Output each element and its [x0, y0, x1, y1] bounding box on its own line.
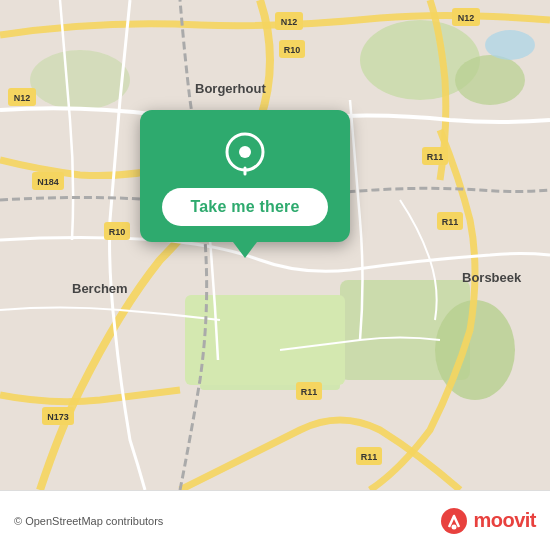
osm-attribution: © OpenStreetMap contributors [14, 515, 163, 527]
svg-text:R11: R11 [442, 217, 459, 227]
svg-point-8 [485, 30, 535, 60]
svg-text:R10: R10 [284, 45, 301, 55]
svg-text:N173: N173 [47, 412, 69, 422]
moovit-icon [440, 507, 468, 535]
take-me-there-button[interactable]: Take me there [162, 188, 327, 226]
svg-text:R11: R11 [427, 152, 444, 162]
moovit-label: moovit [473, 509, 536, 532]
svg-point-35 [239, 146, 251, 158]
svg-text:R11: R11 [361, 452, 378, 462]
svg-text:N12: N12 [14, 93, 31, 103]
svg-text:Berchem: Berchem [72, 281, 128, 296]
location-popup: Take me there [140, 110, 350, 242]
svg-text:R11: R11 [301, 387, 318, 397]
svg-point-37 [452, 524, 457, 529]
map-svg: N12 N12 N12 R10 R10 R11 R11 R11 R11 N184… [0, 0, 550, 490]
svg-rect-7 [185, 295, 345, 385]
svg-text:N184: N184 [37, 177, 59, 187]
svg-point-6 [30, 50, 130, 110]
bottom-bar: © OpenStreetMap contributors moovit [0, 490, 550, 550]
svg-text:Borsbeek: Borsbeek [462, 270, 522, 285]
map-pin-icon [221, 130, 269, 178]
svg-text:N12: N12 [458, 13, 475, 23]
svg-text:Borgerhout: Borgerhout [195, 81, 266, 96]
svg-point-2 [455, 55, 525, 105]
moovit-logo: moovit [440, 507, 536, 535]
svg-text:N12: N12 [281, 17, 298, 27]
map-view: N12 N12 N12 R10 R10 R11 R11 R11 R11 N184… [0, 0, 550, 490]
svg-point-36 [441, 508, 467, 534]
svg-text:R10: R10 [109, 227, 126, 237]
